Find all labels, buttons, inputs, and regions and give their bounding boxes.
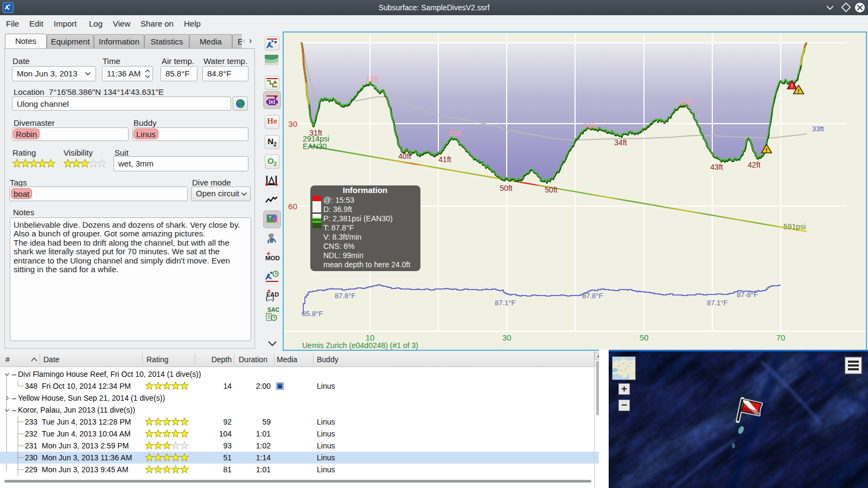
svg-text:15ft: 15ft bbox=[366, 75, 378, 84]
svg-text:31ft: 31ft bbox=[309, 129, 322, 137]
svg-text:591psi: 591psi bbox=[783, 222, 806, 231]
svg-text:60: 60 bbox=[288, 202, 297, 211]
svg-text:70: 70 bbox=[776, 333, 786, 342]
svg-text:!: ! bbox=[765, 147, 767, 153]
svg-text:30: 30 bbox=[288, 119, 297, 129]
svg-text:23ft: 23ft bbox=[678, 98, 691, 107]
svg-text:87.8°F: 87.8°F bbox=[335, 292, 356, 300]
svg-text:EAN30: EAN30 bbox=[303, 142, 327, 151]
svg-text:87.1°F: 87.1°F bbox=[495, 299, 516, 307]
svg-text:87·8°F: 87·8°F bbox=[737, 291, 758, 299]
svg-text:Uemis Zurich (e04d0248) (#1 of: Uemis Zurich (e04d0248) (#1 of 3) bbox=[302, 341, 418, 350]
svg-text:87.8°F: 87.8°F bbox=[582, 292, 603, 300]
svg-text:P: 2,381psi (EAN30): P: 2,381psi (EAN30) bbox=[323, 214, 393, 223]
svg-text:!: ! bbox=[797, 88, 799, 94]
svg-text:43ft: 43ft bbox=[710, 163, 723, 171]
svg-text:@: 15:53: @: 15:53 bbox=[323, 196, 354, 204]
svg-text:41ft: 41ft bbox=[438, 155, 451, 164]
svg-text:mean depth to here 24.0ft: mean depth to here 24.0ft bbox=[323, 260, 410, 269]
svg-text:V: 8.3ft/min: V: 8.3ft/min bbox=[323, 233, 361, 241]
svg-text:87.1°F: 87.1°F bbox=[707, 299, 728, 307]
svg-text:31ft: 31ft bbox=[583, 121, 596, 130]
svg-text:85.8°F: 85.8°F bbox=[302, 310, 323, 318]
svg-text:34ft: 34ft bbox=[614, 138, 627, 147]
svg-text:50: 50 bbox=[640, 333, 649, 342]
svg-text:33ft: 33ft bbox=[812, 125, 824, 133]
svg-text:40ft: 40ft bbox=[398, 152, 411, 160]
svg-text:!: ! bbox=[791, 84, 793, 89]
svg-text:42ft: 42ft bbox=[748, 160, 760, 169]
svg-text:35ft: 35ft bbox=[448, 129, 461, 138]
svg-text:30: 30 bbox=[502, 333, 512, 342]
svg-text:D: 36.9ft: D: 36.9ft bbox=[323, 205, 352, 214]
svg-text:50ft: 50ft bbox=[545, 185, 557, 194]
svg-text:Information: Information bbox=[343, 185, 388, 195]
svg-text:T: 87.8°F: T: 87.8°F bbox=[323, 223, 354, 232]
svg-text:NDL: 99min: NDL: 99min bbox=[323, 251, 363, 260]
svg-text:50ft: 50ft bbox=[500, 184, 512, 192]
svg-text:CNS: 6%: CNS: 6% bbox=[323, 242, 355, 251]
